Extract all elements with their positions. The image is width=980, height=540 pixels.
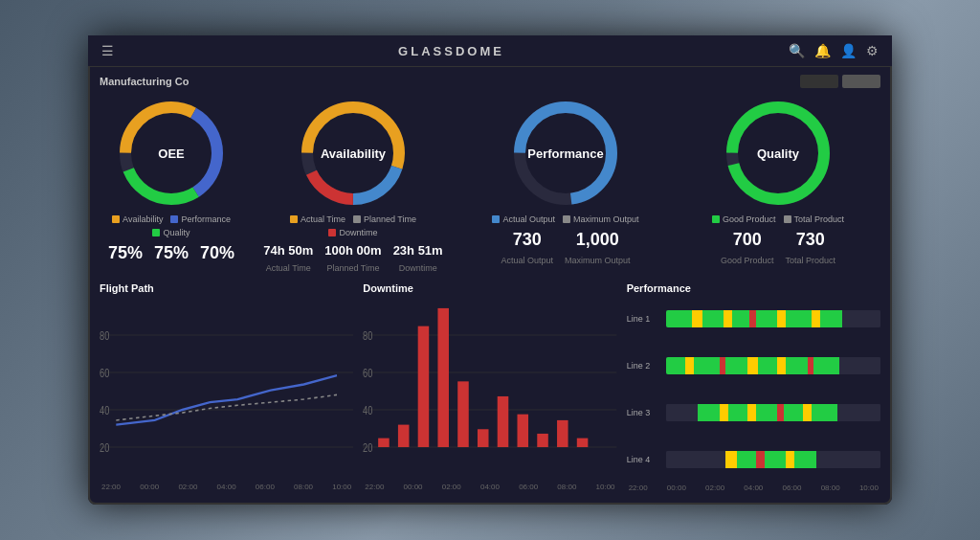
- performance-gauge: Performance: [508, 96, 623, 211]
- bell-icon[interactable]: 🔔: [814, 43, 831, 58]
- svg-rect-32: [458, 381, 470, 447]
- menu-icon[interactable]: ☰: [101, 43, 114, 58]
- oee-stats: 75% 75% 70%: [108, 243, 234, 263]
- oee-legend: Availability Performance Quality: [100, 214, 243, 237]
- downtime-chart: Downtime 20 40 60 80: [363, 282, 616, 497]
- perf-line-3: Line 3: [627, 404, 880, 421]
- performance-gauge-card: Performance Actual Output Maximum Output…: [463, 96, 668, 267]
- performance-stats: 730 Actual Output 1,000 Maximum Output: [501, 230, 630, 267]
- downtime-title: Downtime: [363, 282, 616, 294]
- svg-text:80: 80: [363, 328, 372, 342]
- perf-line-1: Line 1: [627, 310, 880, 327]
- user-icon[interactable]: 👤: [840, 43, 857, 58]
- header-icons: 🔍 🔔 👤 ⚙: [789, 43, 879, 58]
- svg-rect-29: [398, 425, 410, 447]
- availability-gauge-card: Availability Actual Time Planned Time Do…: [251, 96, 456, 275]
- oee-qual-value: 70%: [200, 243, 234, 263]
- svg-rect-37: [557, 420, 568, 447]
- monitor-display: ☰ GLASSDOME 🔍 🔔 👤 ⚙ Manufacturing Co: [88, 35, 892, 505]
- avail-planned-value: 100h 00m: [324, 243, 381, 258]
- downtime-svg: 20 40 60 80: [363, 298, 616, 477]
- oee-perf-value: 75%: [154, 243, 189, 263]
- performance-label: Performance: [508, 96, 623, 211]
- performance-x-axis: 22:00 00:00 02:00 04:00 06:00 08:00 10:0…: [627, 484, 880, 492]
- flight-path-x-axis: 22:00 00:00 02:00 04:00 06:00 08:00 10:0…: [100, 483, 353, 491]
- quality-gauge-card: Quality Good Product Total Product 700 G…: [676, 96, 880, 267]
- svg-text:20: 20: [363, 440, 372, 454]
- performance-lines: Line 1: [627, 298, 880, 480]
- svg-text:60: 60: [363, 366, 372, 379]
- avail-actual-value: 74h 50m: [263, 243, 313, 258]
- svg-text:60: 60: [100, 366, 109, 379]
- performance-chart: Performance Line 1: [627, 282, 880, 497]
- perf-bar-2: [666, 357, 880, 374]
- svg-text:40: 40: [100, 403, 109, 416]
- svg-rect-35: [518, 415, 529, 447]
- flight-path-chart: Flight Path 20 40 60 80: [100, 282, 353, 497]
- charts-row: Flight Path 20 40 60 80: [100, 282, 880, 497]
- svg-text:40: 40: [363, 403, 372, 416]
- svg-rect-36: [538, 434, 549, 447]
- oee-label: OEE: [114, 96, 229, 211]
- performance-chart-title: Performance: [627, 282, 880, 294]
- flight-path-title: Flight Path: [100, 282, 353, 294]
- header: ☰ GLASSDOME 🔍 🔔 👤 ⚙: [88, 35, 892, 67]
- svg-text:80: 80: [100, 328, 109, 342]
- settings-icon[interactable]: ⚙: [866, 43, 879, 58]
- gauges-row: OEE Availability Performance Quality 75%…: [100, 96, 880, 275]
- company-name: Manufacturing Co: [100, 76, 189, 87]
- oee-avail-value: 75%: [108, 243, 143, 263]
- flight-path-area: 20 40 60 80 22:00 00:00 02:00 04:00: [100, 298, 353, 497]
- perf-line-2: Line 2: [627, 357, 880, 374]
- quality-legend: Good Product Total Product: [712, 214, 844, 224]
- main-content: Manufacturing Co: [88, 67, 892, 505]
- downtime-area: 20 40 60 80: [363, 298, 616, 497]
- svg-rect-33: [478, 429, 489, 447]
- downtime-x-axis: 22:00 00:00 02:00 04:00 06:00 08:00 10:0…: [363, 483, 616, 491]
- svg-text:20: 20: [100, 440, 109, 454]
- availability-label: Availability: [296, 96, 411, 211]
- qual-total-value: 730: [786, 230, 836, 250]
- flight-path-svg: 20 40 60 80: [100, 298, 353, 477]
- availability-stats: 74h 50m Actual Time 100h 00m Planned Tim…: [263, 243, 442, 275]
- quality-stats: 700 Good Product 730 Total Product: [721, 230, 835, 267]
- svg-rect-34: [498, 396, 509, 447]
- qual-good-value: 700: [721, 230, 774, 250]
- availability-gauge: Availability: [296, 96, 411, 211]
- oee-gauge: OEE: [114, 96, 229, 211]
- avail-down-value: 23h 51m: [393, 243, 443, 258]
- app-title: GLASSDOME: [398, 44, 504, 58]
- oee-gauge-card: OEE Availability Performance Quality 75%…: [100, 96, 243, 263]
- svg-rect-38: [577, 439, 589, 447]
- perf-bar-1: [666, 310, 880, 327]
- perf-actual-value: 730: [501, 230, 553, 250]
- performance-area: Line 1: [627, 298, 880, 497]
- perf-bar-3: [666, 404, 880, 421]
- svg-rect-28: [378, 439, 390, 447]
- svg-rect-31: [438, 308, 450, 447]
- search-icon[interactable]: 🔍: [789, 43, 805, 58]
- quality-gauge: Quality: [721, 96, 835, 211]
- perf-line-4: Line 4: [627, 451, 880, 468]
- svg-rect-30: [418, 326, 430, 447]
- performance-legend: Actual Output Maximum Output: [492, 214, 638, 224]
- quality-label: Quality: [721, 96, 835, 211]
- perf-max-value: 1,000: [565, 230, 631, 250]
- perf-bar-4: [666, 451, 880, 468]
- availability-legend: Actual Time Planned Time Downtime: [277, 214, 430, 237]
